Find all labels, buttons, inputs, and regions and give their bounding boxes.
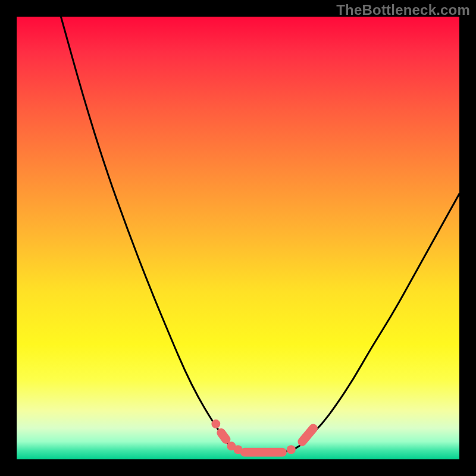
plot-area <box>17 17 459 459</box>
marker-layer <box>211 419 313 454</box>
watermark-label: TheBottleneck.com <box>336 2 470 18</box>
data-marker <box>287 445 296 454</box>
chart-frame: TheBottleneck.com <box>0 0 476 476</box>
data-marker <box>211 419 220 428</box>
bottleneck-curve <box>61 17 459 453</box>
data-marker <box>221 433 226 439</box>
data-marker <box>302 428 314 441</box>
bottleneck-curve-svg <box>17 17 459 459</box>
curve-layer <box>61 17 459 453</box>
